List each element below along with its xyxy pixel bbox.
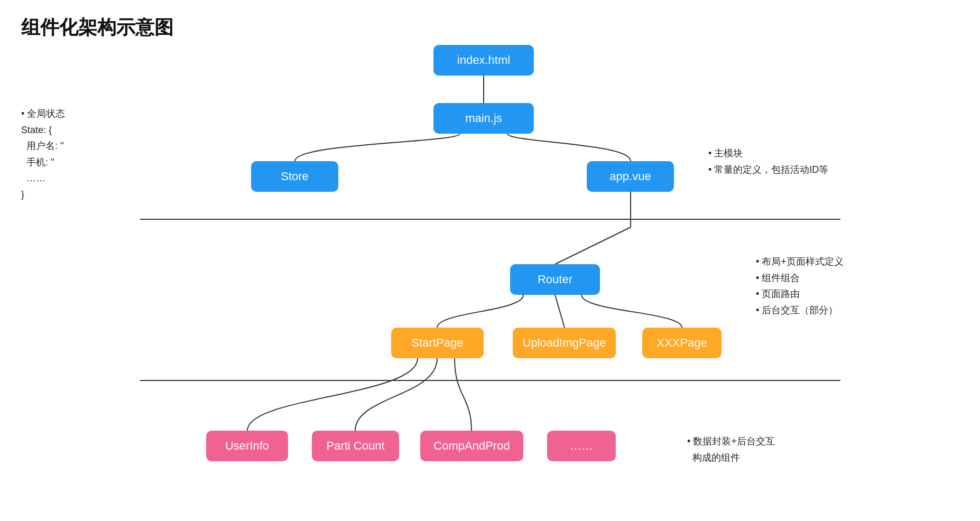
node-comp-and-prod: CompAndProd [420, 431, 523, 461]
node-index-html: index.html [433, 45, 534, 76]
node-app-vue: app.vue [587, 161, 674, 192]
node-parti-count: Parti Count [312, 431, 399, 461]
annotation-right-middle: • 布局+页面样式定义 • 组件组合 • 页面路由 • 后台交互（部分） [756, 254, 844, 318]
diagram-container: 组件化架构示意图 index.html main.js [0, 0, 980, 521]
svg-line-4 [555, 295, 565, 328]
annotation-left-top: • 全局状态 State: { 用户名: '' 手机: '' …… } [21, 106, 65, 203]
node-dots: …… [547, 431, 616, 461]
annotation-right-top: • 主模块 • 常量的定义，包括活动ID等 [708, 145, 828, 178]
node-router: Router [510, 264, 600, 295]
svg-line-2 [555, 227, 631, 264]
node-start-page: StartPage [391, 328, 484, 358]
node-store: Store [251, 161, 338, 192]
node-xxx-page: XXXPage [642, 328, 722, 358]
page-title: 组件化架构示意图 [21, 15, 173, 41]
node-main-js: main.js [433, 103, 534, 134]
node-user-info: UserInfo [206, 431, 288, 461]
node-upload-img-page: UploadImgPage [513, 328, 616, 358]
annotation-right-bottom: • 数据封装+后台交互 构成的组件 [687, 433, 775, 466]
